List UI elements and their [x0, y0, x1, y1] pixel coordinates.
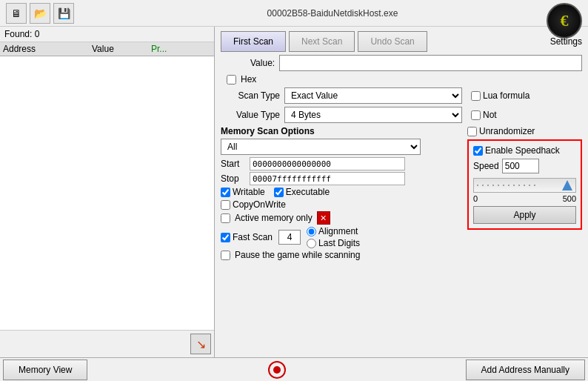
stop-inner: [273, 366, 281, 374]
fast-scan-label: Fast Scan: [221, 232, 273, 242]
fast-scan-input[interactable]: [278, 230, 301, 245]
executable-checkbox[interactable]: [274, 188, 284, 197]
last-digits-radio[interactable]: [307, 239, 316, 248]
lua-formula-label: Lua formula: [471, 90, 529, 101]
value-input[interactable]: [279, 55, 582, 71]
not-label: Not: [471, 110, 497, 120]
slider-dot: [482, 185, 484, 186]
slider-dot: [477, 185, 478, 186]
pause-label: Pause the game while scanning: [235, 250, 360, 260]
alignment-radio[interactable]: [307, 227, 316, 236]
speedhack-container: Unrandomizer Enable Speedhack Speed: [467, 126, 582, 230]
active-memory-clear-button[interactable]: ✕: [317, 211, 330, 225]
unrandomizer-checkbox[interactable]: [467, 127, 477, 136]
stop-input[interactable]: [250, 172, 405, 185]
value-type-row: Value Type 4 Bytes Not: [221, 107, 582, 123]
first-scan-button[interactable]: First Scan: [221, 31, 286, 52]
save-icon[interactable]: 💾: [53, 3, 74, 24]
left-panel: Found: 0 Address Value Pr... ↘: [0, 27, 215, 357]
enable-speedhack-checkbox[interactable]: [473, 146, 483, 156]
copyonwrite-checkbox[interactable]: [221, 200, 230, 210]
speed-input[interactable]: [502, 159, 539, 173]
slider-dot: [524, 185, 525, 186]
not-checkbox[interactable]: [471, 110, 481, 120]
main-content: Found: 0 Address Value Pr... ↘ First Sca…: [0, 27, 588, 357]
slider-dot: [487, 185, 489, 186]
scan-type-label: Scan Type: [221, 90, 280, 101]
scan-options-left: Memory Scan Options All Start Stop Writa…: [221, 126, 461, 260]
speed-row: Speed: [473, 159, 576, 173]
memory-view-button[interactable]: Memory View: [3, 360, 87, 380]
slider-dot: [498, 185, 499, 186]
bottom-center: [90, 361, 462, 379]
active-memory-checkbox[interactable]: [221, 213, 230, 223]
table-header: Address Value Pr...: [0, 42, 214, 56]
pause-row: Pause the game while scanning: [221, 250, 461, 260]
stop-icon[interactable]: [268, 361, 286, 379]
pause-checkbox[interactable]: [221, 251, 230, 260]
toolbar-icons: 🖥 📂 💾: [6, 3, 74, 24]
hex-checkbox[interactable]: [227, 75, 236, 85]
start-label: Start: [221, 159, 247, 169]
memory-checkboxes: Writable Executable: [221, 187, 461, 197]
col-header-prev: Pr...: [151, 44, 211, 54]
alignment-label: Alignment: [307, 226, 360, 236]
value-type-select[interactable]: 4 Bytes: [284, 107, 462, 123]
col-header-value: Value: [92, 44, 151, 54]
start-input[interactable]: [250, 157, 405, 170]
bottom-toolbar: Memory View Add Address Manually: [0, 357, 588, 381]
result-table: [0, 56, 214, 330]
scan-type-row: Scan Type Exact Value Lua formula: [221, 87, 582, 104]
window-title: 00002B58-BaiduNetdiskHost.exe: [83, 8, 582, 19]
monitor-icon[interactable]: 🖥: [6, 3, 27, 24]
slider-dot: [492, 185, 494, 186]
right-panel: First Scan Next Scan Undo Scan Settings …: [215, 27, 588, 357]
stop-label: Stop: [221, 173, 247, 184]
scan-type-select[interactable]: Exact Value: [284, 87, 462, 104]
writable-label: Writable: [221, 187, 265, 197]
speed-slider-track[interactable]: [473, 178, 576, 193]
copyonwrite-label: CopyOnWrite: [221, 199, 461, 210]
left-bottom: ↘: [0, 330, 214, 357]
undo-scan-button[interactable]: Undo Scan: [358, 31, 427, 52]
apply-button[interactable]: Apply: [473, 206, 576, 224]
region-select[interactable]: All: [221, 139, 421, 155]
value-type-label: Value Type: [221, 110, 280, 120]
fast-scan-row: Fast Scan Alignment Last Digits: [221, 226, 461, 248]
active-memory-row: Active memory only ✕: [221, 211, 461, 225]
writable-checkbox[interactable]: [221, 188, 230, 197]
speedhack-panel: Enable Speedhack Speed: [467, 139, 582, 230]
enable-speedhack-label: Enable Speedhack: [473, 145, 576, 156]
hex-row: Hex: [227, 74, 582, 85]
scan-align-group: Alignment Last Digits: [307, 226, 360, 248]
slider-dot: [518, 185, 520, 186]
speed-slider-container: 0 500: [473, 178, 576, 203]
scan-buttons-row: First Scan Next Scan Undo Scan Settings: [221, 31, 582, 52]
last-digits-label: Last Digits: [307, 238, 360, 248]
scan-options-section: Memory Scan Options All Start Stop Writa…: [221, 126, 582, 260]
found-count: Found: 0: [0, 27, 214, 42]
title-bar: 🖥 📂 💾 00002B58-BaiduNetdiskHost.exe €: [0, 0, 588, 27]
folder-icon[interactable]: 📂: [30, 3, 50, 24]
slider-dot: [529, 185, 530, 186]
lua-formula-checkbox[interactable]: [471, 91, 481, 101]
value-row: Value:: [221, 55, 582, 71]
slider-dot: [534, 185, 535, 186]
add-address-button[interactable]: Add Address Manually: [466, 360, 585, 380]
col-header-address: Address: [3, 44, 92, 54]
next-scan-button[interactable]: Next Scan: [289, 31, 355, 52]
slider-dot: [503, 185, 504, 186]
executable-label: Executable: [274, 187, 330, 197]
slider-min-label: 0: [473, 194, 478, 203]
slider-dots: [474, 185, 575, 186]
fast-scan-checkbox[interactable]: [221, 233, 230, 242]
slider-labels: 0 500: [473, 194, 576, 203]
unrandomizer-label: Unrandomizer: [467, 126, 582, 136]
stop-row: Stop: [221, 172, 461, 185]
slider-max-label: 500: [563, 194, 576, 203]
slider-dot: [508, 185, 510, 186]
memory-scan-title: Memory Scan Options: [221, 126, 461, 136]
settings-label[interactable]: Settings: [550, 36, 582, 47]
arrow-down-button[interactable]: ↘: [190, 334, 211, 354]
hex-label: Hex: [241, 74, 256, 85]
